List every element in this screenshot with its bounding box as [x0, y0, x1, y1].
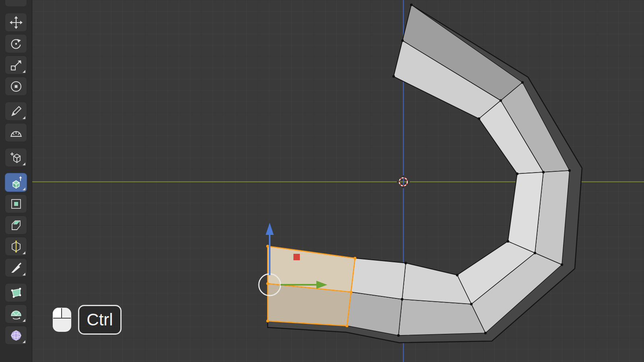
mouse-left-click-icon [52, 306, 72, 333]
bevel-icon [10, 219, 23, 232]
subtool-indicator [23, 273, 25, 276]
bevel-tool-button[interactable] [5, 216, 27, 234]
axis-line-z [403, 0, 404, 362]
poly-build-icon [10, 286, 23, 299]
smooth-icon [10, 329, 23, 342]
extrude-region-icon [10, 176, 23, 189]
subtool-indicator [23, 70, 25, 73]
inset-faces-tool-button[interactable] [5, 194, 27, 213]
subtool-indicator [23, 162, 25, 165]
axis-line-y [32, 181, 644, 182]
loop-cut-icon [10, 240, 23, 253]
knife-tool-button[interactable] [5, 258, 27, 277]
3d-viewport[interactable] [32, 0, 644, 362]
inset-faces-icon [10, 197, 23, 210]
scale-icon [10, 59, 23, 72]
knife-icon [10, 261, 23, 274]
measure-icon [10, 126, 23, 139]
cursor-tool-button[interactable] [5, 0, 27, 7]
rotate-icon [10, 37, 23, 50]
toolbar [0, 0, 32, 362]
spin-icon [10, 308, 23, 321]
subtool-indicator [23, 251, 25, 254]
subtool-indicator [23, 319, 25, 322]
move-tool-button[interactable] [5, 13, 27, 32]
subtool-indicator [23, 340, 25, 343]
subtool-indicator [23, 187, 25, 190]
annotate-icon [10, 105, 23, 118]
loop-cut-tool-button[interactable] [5, 237, 27, 256]
measure-tool-button[interactable] [5, 123, 27, 142]
move-icon [10, 16, 23, 29]
add-cube-tool-button[interactable] [5, 148, 27, 167]
cursor-icon [10, 0, 23, 4]
spin-tool-button[interactable] [5, 304, 27, 323]
subtool-indicator [23, 116, 25, 119]
extrude-region-tool-button[interactable] [5, 173, 27, 192]
screencast-keys: Ctrl [52, 305, 122, 335]
transform-tool-button[interactable] [5, 77, 27, 96]
annotate-tool-button[interactable] [5, 102, 27, 121]
add-cube-icon [10, 151, 23, 164]
blender-window: Ctrl [0, 0, 644, 362]
rotate-tool-button[interactable] [5, 34, 27, 53]
smooth-tool-button[interactable] [5, 326, 27, 345]
ctrl-key-indicator: Ctrl [78, 305, 122, 335]
scale-tool-button[interactable] [5, 56, 27, 74]
transform-icon [10, 80, 23, 93]
poly-build-tool-button[interactable] [5, 283, 27, 302]
